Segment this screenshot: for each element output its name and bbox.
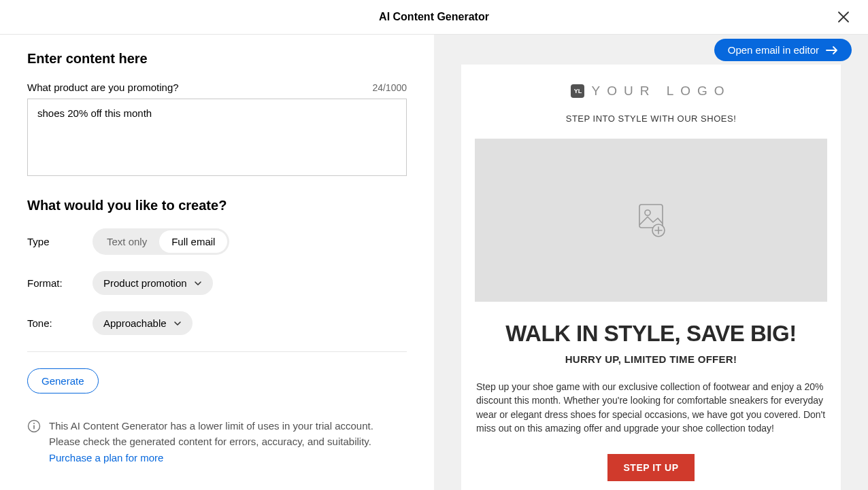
tone-label: Tone:: [27, 317, 93, 329]
email-tagline: STEP INTO STYLE WITH OUR SHOES!: [475, 113, 827, 124]
info-icon: [27, 419, 41, 433]
modal-header: AI Content Generator: [0, 0, 868, 35]
type-full-email-button[interactable]: Full email: [159, 230, 227, 253]
email-cta-button[interactable]: STEP IT UP: [607, 454, 695, 481]
type-text-only-button[interactable]: Text only: [95, 230, 159, 253]
tone-value: Approachable: [103, 317, 167, 329]
main-content: Enter content here What product are you …: [0, 35, 868, 490]
email-headline: WALK IN STYLE, SAVE BIG!: [475, 321, 827, 347]
format-dropdown[interactable]: Product promotion: [93, 271, 213, 295]
email-subhead: HURRY UP, LIMITED TIME OFFER!: [475, 353, 827, 365]
info-box: This AI Content Generator has a lower li…: [27, 418, 407, 466]
modal-title: AI Content Generator: [379, 11, 489, 23]
format-label: Format:: [27, 277, 93, 289]
section-enter-content-title: Enter content here: [27, 51, 407, 67]
info-text: This AI Content Generator has a lower li…: [49, 420, 373, 447]
left-panel: Enter content here What product are you …: [0, 35, 434, 490]
image-placeholder-icon: [634, 202, 668, 239]
email-preview: YL YOUR LOGO STEP INTO STYLE WITH OUR SH…: [461, 65, 841, 490]
email-body: Step up your shoe game with our exclusiv…: [475, 380, 827, 435]
svg-point-4: [645, 210, 650, 215]
right-panel: Open email in editor YL YOUR LOGO STEP I…: [434, 35, 868, 490]
type-segmented-control: Text only Full email: [93, 228, 229, 255]
close-button[interactable]: [835, 9, 852, 25]
arrow-right-icon: [826, 46, 838, 55]
logo-text: YOUR LOGO: [591, 84, 731, 99]
close-icon: [837, 11, 850, 23]
svg-point-1: [33, 423, 35, 424]
svg-rect-2: [33, 425, 35, 430]
open-editor-label: Open email in editor: [728, 44, 819, 56]
prompt-label: What product are you promoting?: [27, 82, 179, 93]
chevron-down-icon: [173, 319, 182, 328]
section-create-title: What would you like to create?: [27, 198, 407, 213]
logo-badge: YL: [571, 84, 584, 98]
prompt-input[interactable]: [27, 99, 407, 176]
prompt-field-row: What product are you promoting? 24/1000: [27, 82, 407, 93]
format-value: Product promotion: [103, 277, 187, 289]
purchase-plan-link[interactable]: Purchase a plan for more: [49, 450, 163, 466]
format-option-row: Format: Product promotion: [27, 271, 407, 295]
type-option-row: Type Text only Full email: [27, 228, 407, 255]
tone-option-row: Tone: Approachable: [27, 311, 407, 335]
open-email-editor-button[interactable]: Open email in editor: [714, 39, 852, 61]
email-image-placeholder[interactable]: [475, 139, 827, 302]
divider: [27, 351, 407, 352]
char-counter: 24/1000: [372, 82, 407, 93]
generate-button[interactable]: Generate: [27, 368, 99, 393]
type-label: Type: [27, 236, 93, 247]
email-logo: YL YOUR LOGO: [475, 84, 827, 99]
chevron-down-icon: [194, 279, 202, 287]
tone-dropdown[interactable]: Approachable: [93, 311, 193, 335]
info-text-block: This AI Content Generator has a lower li…: [49, 418, 407, 466]
